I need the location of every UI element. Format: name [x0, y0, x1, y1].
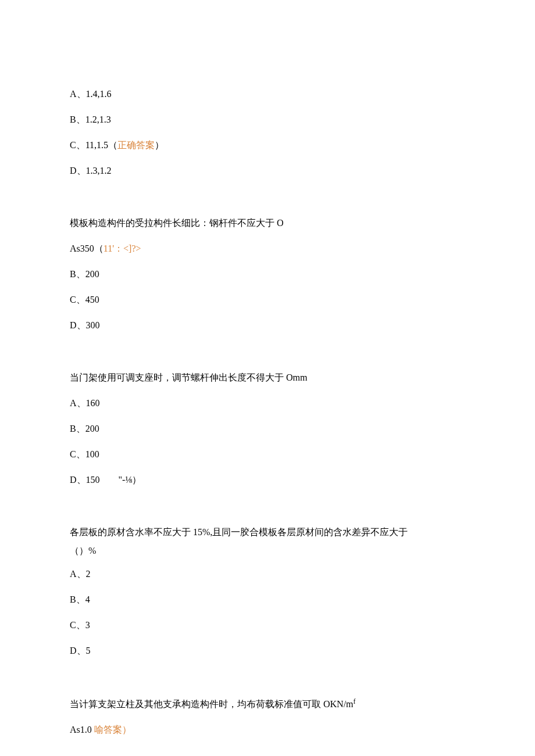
q1-option-d: D、1.3,1.2	[70, 164, 465, 178]
q2-option-a-correct: 11'：<]?>	[104, 243, 141, 253]
q3-option-d-suffix: ）	[132, 475, 141, 485]
q4-option-b: B、4	[70, 593, 465, 607]
q5-question-text: 当计算支架立柱及其他支承构造构件时，均布荷载标准值可取 OKN/mf	[70, 696, 465, 711]
q1-option-c-correct: 正确答案	[117, 140, 155, 150]
q3-option-b: B、200	[70, 422, 465, 436]
q1-option-b: B、1.2,1.3	[70, 113, 465, 127]
q2-question-text: 模板构造构件的受拉构件长细比：钢杆件不应大于 O	[70, 216, 465, 230]
q3-option-d: D、150 "-⅛）	[70, 473, 465, 487]
q5-option-a-correct: 喻答案）	[94, 725, 131, 734]
q1-option-a: A、1.4,1.6	[70, 87, 465, 101]
q3-option-c: C、100	[70, 447, 465, 461]
q5-question-text-main: 当计算支架立柱及其他支承构造构件时，均布荷载标准值可取 OKN/m	[70, 699, 354, 709]
q5-option-a: As1.0 喻答案）	[70, 723, 465, 737]
q3-question-text: 当门架使用可调支座时，调节螺杆伸出长度不得大于 Omm	[70, 371, 465, 385]
q4-option-a: A、2	[70, 567, 465, 581]
q4-question-text-line2: （）%	[70, 544, 465, 558]
q2-option-a: As350（11'：<]?>	[70, 242, 465, 256]
q2-option-c: C、450	[70, 293, 465, 307]
q2-option-a-prefix: As350（	[70, 243, 104, 253]
q5-question-text-sup: f	[354, 697, 356, 705]
q3-option-a: A、160	[70, 396, 465, 410]
q1-option-c-suffix: ）	[155, 140, 164, 150]
q2-option-b: B、200	[70, 267, 465, 281]
q1-option-c: C、11,1.5（正确答案）	[70, 138, 465, 152]
q2-option-d: D、300	[70, 318, 465, 332]
q4-option-c: C、3	[70, 618, 465, 632]
q4-option-d: D、5	[70, 644, 465, 658]
q3-option-d-prefix: D、150 "-⅛	[70, 475, 132, 485]
q5-option-a-prefix: As1.0	[70, 725, 94, 734]
q4-question-text-line1: 各层板的原材含水率不应大于 15%,且同一胶合模板各层原材间的含水差异不应大于	[70, 525, 465, 539]
q1-option-c-prefix: C、11,1.5（	[70, 140, 117, 150]
